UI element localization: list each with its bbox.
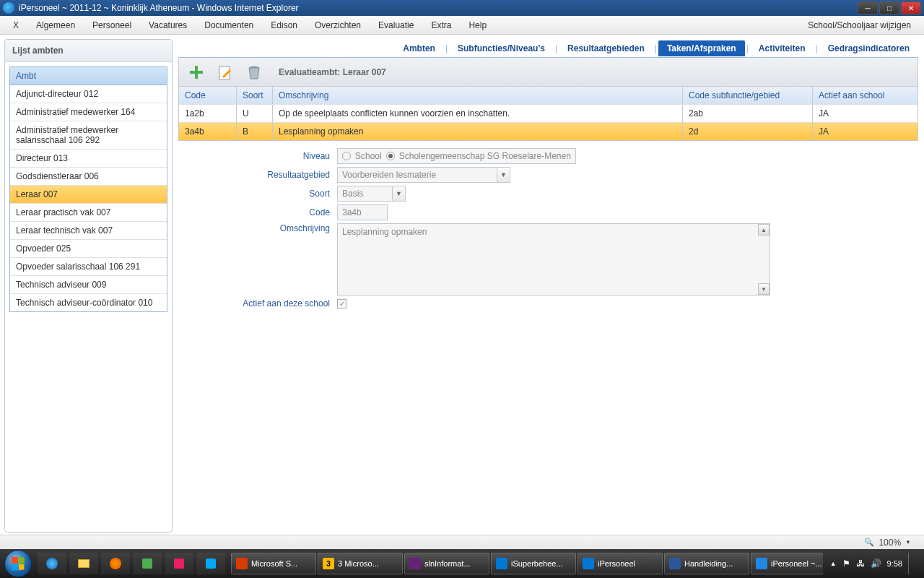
cell-soort: B [237, 123, 273, 140]
zoom-dropdown-icon[interactable]: ▼ [905, 539, 911, 545]
tab-activiteiten[interactable]: Activiteiten [750, 40, 814, 56]
chevron-down-icon: ▼ [392, 186, 405, 201]
grid-header: Code Soort Omschrijving Code subfunctie/… [179, 87, 918, 104]
tray-flag-icon[interactable]: ⚑ [842, 558, 850, 569]
add-button[interactable] [186, 62, 206, 82]
tab-subfuncties-niveau-s[interactable]: Subfuncties/Niveau's [449, 40, 554, 56]
menu-x[interactable]: X [4, 17, 27, 33]
menu-evaluatie[interactable]: Evaluatie [370, 17, 422, 33]
pinned-app3[interactable] [196, 553, 225, 574]
close-button[interactable]: ✕ [901, 1, 921, 14]
menu-vacatures[interactable]: Vacatures [140, 17, 196, 33]
menu-extra[interactable]: Extra [422, 17, 460, 33]
pinned-ie[interactable] [38, 553, 66, 574]
taskbar-item-icon [236, 558, 248, 569]
col-header-omschrijving[interactable]: Omschrijving [273, 87, 683, 104]
col-header-actief[interactable]: Actief aan school [813, 87, 918, 104]
tab-resultaatgebieden[interactable]: Resultaatgebieden [559, 40, 653, 56]
sidebar-title: Lijst ambten [5, 40, 172, 62]
menu-algemeen[interactable]: Algemeen [27, 17, 84, 33]
ie-status-bar: 🔍 100% ▼ [0, 535, 924, 549]
menu-documenten[interactable]: Documenten [196, 17, 262, 33]
sidebar-item[interactable]: Technisch adviseur 009 [10, 276, 167, 294]
cell-code: 1a2b [179, 105, 237, 122]
taskbar-item[interactable]: iPersoneel [578, 553, 663, 574]
taskbar-item[interactable]: 33 Microso... [318, 553, 403, 574]
data-grid: Code Soort Omschrijving Code subfunctie/… [178, 87, 918, 141]
col-header-subfunctie[interactable]: Code subfunctie/gebied [683, 87, 813, 104]
scroll-up-icon: ▲ [758, 224, 770, 236]
cell-subf: 2ab [683, 105, 813, 122]
pinned-app2[interactable] [165, 553, 193, 574]
sidebar-item[interactable]: Adjunct-directeur 012 [10, 85, 167, 103]
window-titlebar: iPersoneel ~ 2011-12 ~ Koninklijk Athene… [0, 0, 924, 16]
start-button[interactable] [4, 550, 32, 577]
sidebar-item[interactable]: Technisch adviseur-coördinator 010 [10, 294, 167, 311]
sidebar-item[interactable]: Opvoeder salarisschaal 106 291 [10, 258, 167, 276]
cell-omschr: Op de speelplaats conflicten kunnen voor… [273, 105, 683, 122]
cell-actief: JA [813, 105, 918, 122]
tray-clock[interactable]: 9:58 [887, 559, 902, 568]
sidebar-item[interactable]: Leraar 007 [10, 186, 167, 204]
tray-network-icon[interactable]: 🖧 [856, 558, 865, 569]
svg-rect-1 [190, 71, 203, 74]
menu-overzichten[interactable]: Overzichten [306, 17, 370, 33]
taskbar-item-label: iPersoneel [598, 559, 635, 568]
taskbar: Microsoft S...33 Microso...slnInformat..… [0, 549, 924, 578]
tab-gedragsindicatoren[interactable]: Gedragsindicatoren [819, 40, 918, 56]
window-buttons: ─ □ ✕ [856, 1, 921, 14]
label-soort: Soort [193, 189, 337, 199]
taskbar-item[interactable]: Handleiding... [664, 553, 749, 574]
taskbar-item[interactable]: iSuperbehee... [491, 553, 576, 574]
menu-change-school[interactable]: School/Schooljaar wijzigen [799, 17, 920, 33]
label-omschrijving: Omschrijving [193, 223, 337, 233]
taskbar-item[interactable]: Microsoft S... [231, 553, 316, 574]
sidebar-item[interactable]: Administratief medewerker 164 [10, 103, 167, 121]
toolbar-label: Evaluatieambt: Leraar 007 [279, 67, 386, 77]
col-header-code[interactable]: Code [179, 87, 237, 104]
menu-edison[interactable]: Edison [262, 17, 306, 33]
sidebar-item[interactable]: Leraar practisch vak 007 [10, 204, 167, 222]
tab-ambten[interactable]: Ambten [394, 40, 444, 56]
minimize-button[interactable]: ─ [858, 1, 878, 14]
taskbar-item-icon [409, 558, 421, 569]
ambt-list-header[interactable]: Ambt [10, 67, 167, 85]
tray-show-hidden-icon[interactable]: ▲ [830, 560, 837, 567]
col-header-soort[interactable]: Soort [237, 87, 273, 104]
delete-button[interactable] [244, 62, 264, 82]
label-resultaatgebied: Resultaatgebied [193, 170, 337, 180]
sidebar-item[interactable]: Directeur 013 [10, 150, 167, 168]
taskbar-item[interactable]: iPersoneel ~... [751, 553, 823, 574]
tab-taken-afspraken[interactable]: Taken/Afspraken [658, 40, 745, 56]
maximize-button[interactable]: □ [879, 1, 899, 14]
table-row[interactable]: 3a4bBLesplanning opmaken2dJA [179, 122, 918, 140]
checkbox-actief: ✓ [337, 299, 346, 309]
taskbar-item[interactable]: slnInformat... [404, 553, 489, 574]
pinned-explorer[interactable] [69, 553, 98, 574]
pinned-app1[interactable] [133, 553, 162, 574]
textarea-omschrijving: Lesplanning opmaken ▲ ▼ [337, 223, 770, 296]
cell-code: 3a4b [179, 123, 237, 140]
zoom-level[interactable]: 100% [879, 538, 901, 548]
show-desktop-button[interactable] [908, 553, 914, 574]
cell-omschr: Lesplanning opmaken [273, 123, 683, 140]
sidebar-item[interactable]: Opvoeder 025 [10, 240, 167, 258]
table-row[interactable]: 1a2bUOp de speelplaats conflicten kunnen… [179, 104, 918, 122]
menu-help[interactable]: Help [460, 17, 495, 33]
ambt-list: Ambt Adjunct-directeur 012Administratief… [9, 66, 167, 312]
sidebar-item[interactable]: Godsdienstleraar 006 [10, 168, 167, 186]
system-tray: ▲ ⚑ 🖧 🔊 9:58 [824, 553, 920, 574]
label-actief: Actief aan deze school [193, 298, 337, 309]
sidebar-item[interactable]: Leraar technisch vak 007 [10, 222, 167, 240]
taskbar-item-label: 3 Microso... [338, 559, 379, 568]
pinned-media[interactable] [101, 553, 130, 574]
edit-button[interactable] [215, 62, 235, 82]
sidebar-item[interactable]: Administratief medewerker salarisschaal … [10, 121, 167, 150]
taskbar-item-label: iPersoneel ~... [771, 559, 822, 568]
tray-volume-icon[interactable]: 🔊 [871, 558, 881, 569]
select-soort-value: Basis [342, 189, 363, 199]
menu-personeel[interactable]: Personeel [84, 17, 140, 33]
chevron-down-icon: ▼ [497, 168, 510, 182]
radio-scholengemeenschap-label: Scholengemeenschap SG Roeselare-Menen [399, 151, 571, 161]
toolbar: Evaluatieambt: Leraar 007 [178, 58, 918, 87]
